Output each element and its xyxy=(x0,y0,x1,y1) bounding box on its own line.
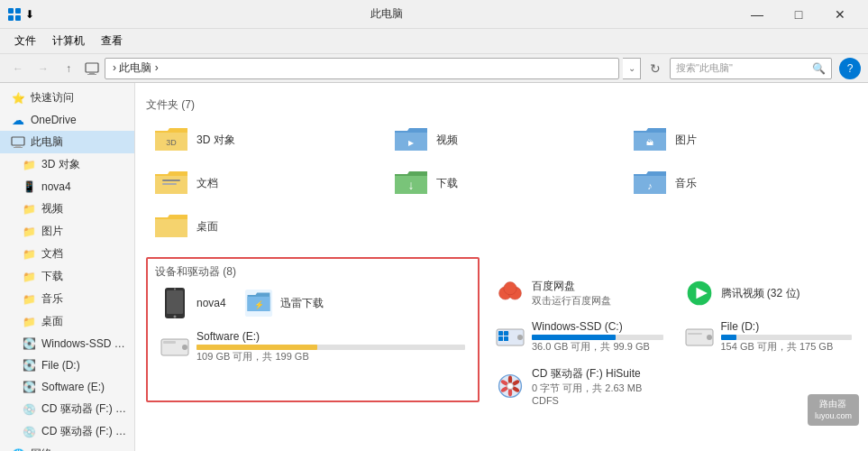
sidebar-pictures-label: 图片 xyxy=(41,224,63,239)
close-button[interactable]: ✕ xyxy=(819,0,861,29)
sidebar-item-quickaccess[interactable]: ⭐ 快速访问 xyxy=(0,87,134,109)
windows-ssd-detail: 36.0 GB 可用，共 99.9 GB xyxy=(532,340,663,354)
sidebar-cdhisi-label: CD 驱动器 (F:) HiSi xyxy=(41,401,127,417)
device-baiduyun[interactable]: 百度网盘 双击运行百度网盘 xyxy=(490,275,669,311)
address-dropdown[interactable]: ⌄ xyxy=(623,58,641,79)
nova4-info: nova4 xyxy=(196,297,226,309)
sidebar-item-pictures[interactable]: 📁 图片 xyxy=(0,220,134,243)
svg-rect-9 xyxy=(14,147,23,148)
folder-desktop[interactable]: 桌面 xyxy=(146,207,379,246)
svg-rect-7 xyxy=(12,137,24,145)
search-box[interactable]: 搜索"此电脑" 🔍 xyxy=(670,58,832,79)
folder-docs-icon xyxy=(153,169,189,198)
svg-point-49 xyxy=(507,382,513,389)
svg-rect-2 xyxy=(8,15,14,21)
folder-music[interactable]: ♪ 音乐 xyxy=(625,163,857,203)
desktop-folder-icon: 📁 xyxy=(22,315,36,329)
svg-rect-13 xyxy=(162,179,180,181)
sidebar-nova4-label: nova4 xyxy=(41,180,71,193)
folder-docs[interactable]: 文档 xyxy=(146,163,379,203)
sidebar-item-cd-hisi[interactable]: 💿 CD 驱动器 (F:) HiSi xyxy=(0,398,134,420)
folder-3d-icon: 📁 xyxy=(22,158,36,172)
devices-section-header: 设备和驱动器 (8) xyxy=(155,264,471,280)
pictures-folder-icon: 📁 xyxy=(22,225,36,239)
folders-header-text: 文件夹 (7) xyxy=(146,98,195,111)
folder-downloads[interactable]: ↓ 下载 xyxy=(386,163,618,203)
address-bar: ← → ↑ › 此电脑 › ⌄ ↻ 搜索"此电脑" 🔍 ? xyxy=(0,54,868,83)
onedrive-icon: ☁ xyxy=(11,113,25,127)
sidebar-item-filed[interactable]: 💽 File (D:) xyxy=(0,354,134,376)
windows-ssd-name: Windows-SSD (C:) xyxy=(532,320,663,333)
main-layout: ⭐ 快速访问 ☁ OneDrive 此电脑 📁 3D 对象 📱 nova4 📁 xyxy=(0,83,868,451)
device-windows-ssd[interactable]: Windows-SSD (C:) 36.0 GB 可用，共 99.9 GB xyxy=(490,317,669,357)
sidebar-desktop-label: 桌面 xyxy=(41,314,63,329)
cd-icon1: 💿 xyxy=(22,402,36,417)
sidebar-item-docs[interactable]: 📁 文档 xyxy=(0,243,134,265)
video-folder-icon: 📁 xyxy=(22,202,36,216)
sidebar-item-cd-hisui[interactable]: 💿 CD 驱动器 (F:) HiSui xyxy=(0,420,134,443)
svg-rect-3 xyxy=(15,15,21,21)
device-icon: 📱 xyxy=(22,179,36,194)
device-cd-hisuite[interactable]: CD 驱动器 (F:) HiSuite 0 字节 可用，共 2.63 MB CD… xyxy=(490,363,669,410)
drive-d-icon: 💽 xyxy=(22,358,36,373)
restore-button[interactable]: □ xyxy=(778,0,819,29)
computer-icon xyxy=(85,61,99,76)
baiduyun-icon xyxy=(496,279,525,308)
downloads-folder-icon: 📁 xyxy=(22,270,36,284)
svg-rect-6 xyxy=(87,74,96,75)
computer-icon xyxy=(11,135,25,150)
menu-bar: 文件 计算机 查看 xyxy=(0,29,868,54)
up-button[interactable]: ↑ xyxy=(58,58,79,79)
sidebar-item-music[interactable]: 📁 音乐 xyxy=(0,288,134,310)
sidebar-item-video[interactable]: 📁 视频 xyxy=(0,198,134,220)
search-placeholder: 搜索"此电脑" xyxy=(676,61,733,75)
app-icon xyxy=(7,7,22,22)
device-thunder[interactable]: ⚡ 迅雷下载 xyxy=(239,285,329,321)
svg-point-46 xyxy=(508,389,512,397)
folder-3d-icon: 3D xyxy=(153,125,189,154)
help-button[interactable]: ? xyxy=(839,58,861,79)
devices-right: 百度网盘 双击运行百度网盘 腾讯视频 (32 xyxy=(490,257,857,410)
forward-button[interactable]: → xyxy=(32,58,54,79)
folder-downloads-label: 下载 xyxy=(436,176,458,191)
svg-rect-0 xyxy=(8,8,14,14)
drive-c-icon: 💽 xyxy=(22,336,36,351)
sidebar-item-onedrive[interactable]: ☁ OneDrive xyxy=(0,109,134,131)
sidebar-item-windows-ssd[interactable]: 💽 Windows-SSD (C:) xyxy=(0,333,134,354)
sidebar-item-desktop[interactable]: 📁 桌面 xyxy=(0,310,134,333)
svg-point-39 xyxy=(707,335,712,340)
sidebar-item-software[interactable]: 💽 Software (E:) xyxy=(0,376,134,398)
refresh-button[interactable]: ↻ xyxy=(644,58,666,79)
menu-computer[interactable]: 计算机 xyxy=(45,31,92,51)
device-software-e[interactable]: Software (E:) 109 GB 可用，共 199 GB xyxy=(155,327,471,367)
menu-file[interactable]: 文件 xyxy=(7,31,43,51)
sidebar-music-label: 音乐 xyxy=(41,291,63,307)
minimize-button[interactable]: — xyxy=(736,0,778,29)
windows-ssd-info: Windows-SSD (C:) 36.0 GB 可用，共 99.9 GB xyxy=(532,320,663,354)
menu-view[interactable]: 查看 xyxy=(94,31,130,51)
folder-pictures-icon: 🏔 xyxy=(632,125,668,154)
sidebar-item-nova4[interactable]: 📱 nova4 xyxy=(0,176,134,198)
folder-3d[interactable]: 3D 3D 对象 xyxy=(146,120,379,160)
device-tencent-video[interactable]: 腾讯视频 (32 位) xyxy=(680,275,858,311)
file-d-info: File (D:) 154 GB 可用，共 175 GB xyxy=(721,320,853,354)
sidebar-item-network[interactable]: 🌐 网络 xyxy=(0,443,134,451)
sidebar-item-downloads[interactable]: 📁 下载 xyxy=(0,265,134,288)
docs-folder-icon: 📁 xyxy=(22,247,36,262)
content-area: 文件夹 (7) 3D 3D 对象 ▶ 视频 xyxy=(135,83,868,451)
address-path[interactable]: › 此电脑 › xyxy=(105,58,619,79)
folder-music-icon: ♪ xyxy=(632,169,668,198)
device-nova4[interactable]: nova4 xyxy=(155,285,232,321)
svg-rect-14 xyxy=(162,183,177,185)
sidebar-item-thispc[interactable]: 此电脑 xyxy=(0,131,134,153)
thunder-name: 迅雷下载 xyxy=(280,296,324,311)
device-file-d[interactable]: File (D:) 154 GB 可用，共 175 GB xyxy=(680,317,858,357)
folder-pictures[interactable]: 🏔 图片 xyxy=(625,120,857,160)
sidebar-item-3d[interactable]: 📁 3D 对象 xyxy=(0,153,134,176)
cd-hisuite-info: CD 驱动器 (F:) HiSuite 0 字节 可用，共 2.63 MB CD… xyxy=(532,366,642,406)
sidebar-network-label: 网络 xyxy=(31,446,52,451)
folder-video[interactable]: ▶ 视频 xyxy=(386,120,618,160)
svg-rect-18 xyxy=(167,290,183,314)
back-button[interactable]: ← xyxy=(7,58,29,79)
svg-rect-4 xyxy=(86,63,98,72)
